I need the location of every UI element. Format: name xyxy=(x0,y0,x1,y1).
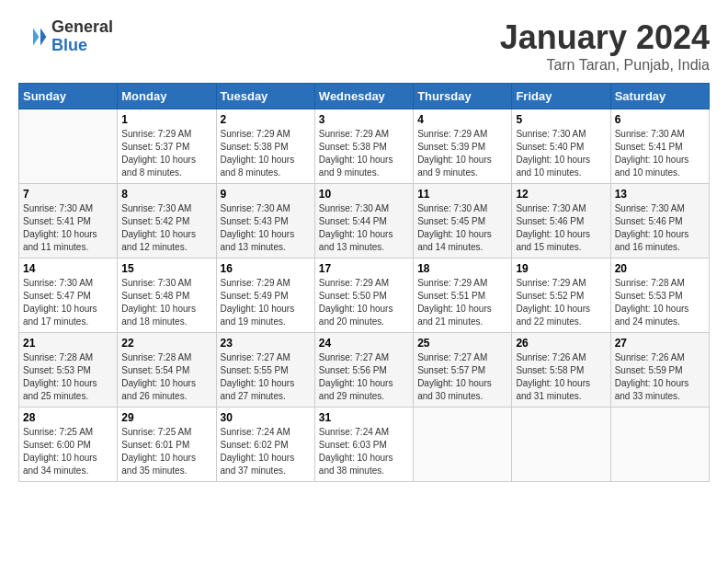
day-info: Sunrise: 7:29 AM Sunset: 5:50 PM Dayligh… xyxy=(319,277,409,328)
day-info: Sunrise: 7:30 AM Sunset: 5:40 PM Dayligh… xyxy=(516,128,606,179)
col-sunday: Sunday xyxy=(19,84,118,109)
day-number: 17 xyxy=(319,262,409,275)
calendar-cell xyxy=(610,408,709,482)
calendar-week-2: 7Sunrise: 7:30 AM Sunset: 5:41 PM Daylig… xyxy=(19,184,710,259)
day-info: Sunrise: 7:30 AM Sunset: 5:41 PM Dayligh… xyxy=(23,202,113,254)
calendar-table: Sunday Monday Tuesday Wednesday Thursday… xyxy=(18,83,710,482)
location: Tarn Taran, Punjab, India xyxy=(500,57,710,74)
day-number: 28 xyxy=(23,411,113,424)
calendar-header: Sunday Monday Tuesday Wednesday Thursday… xyxy=(19,84,710,109)
calendar-cell: 23Sunrise: 7:27 AM Sunset: 5:55 PM Dayli… xyxy=(216,333,314,408)
day-number: 22 xyxy=(121,337,211,350)
calendar-cell: 15Sunrise: 7:30 AM Sunset: 5:48 PM Dayli… xyxy=(118,259,216,333)
calendar-cell: 31Sunrise: 7:24 AM Sunset: 6:03 PM Dayli… xyxy=(314,408,413,482)
day-info: Sunrise: 7:24 AM Sunset: 6:02 PM Dayligh… xyxy=(221,426,311,477)
calendar-cell: 17Sunrise: 7:29 AM Sunset: 5:50 PM Dayli… xyxy=(314,259,413,333)
calendar-week-4: 21Sunrise: 7:28 AM Sunset: 5:53 PM Dayli… xyxy=(19,333,710,408)
day-info: Sunrise: 7:25 AM Sunset: 6:01 PM Dayligh… xyxy=(121,426,211,477)
calendar-cell: 25Sunrise: 7:27 AM Sunset: 5:57 PM Dayli… xyxy=(414,333,512,408)
day-number: 25 xyxy=(417,337,507,350)
day-info: Sunrise: 7:30 AM Sunset: 5:45 PM Dayligh… xyxy=(417,202,507,254)
header-row: Sunday Monday Tuesday Wednesday Thursday… xyxy=(19,84,710,109)
col-friday: Friday xyxy=(512,84,610,109)
day-number: 20 xyxy=(615,262,705,275)
day-number: 10 xyxy=(319,188,409,201)
day-number: 29 xyxy=(121,411,211,424)
day-number: 23 xyxy=(221,337,311,350)
calendar-cell: 21Sunrise: 7:28 AM Sunset: 5:53 PM Dayli… xyxy=(19,333,118,408)
calendar-cell: 18Sunrise: 7:29 AM Sunset: 5:51 PM Dayli… xyxy=(414,259,512,333)
day-number: 11 xyxy=(417,188,507,201)
calendar-cell: 16Sunrise: 7:29 AM Sunset: 5:49 PM Dayli… xyxy=(216,259,314,333)
day-info: Sunrise: 7:29 AM Sunset: 5:37 PM Dayligh… xyxy=(121,128,211,179)
col-tuesday: Tuesday xyxy=(216,84,314,109)
day-info: Sunrise: 7:29 AM Sunset: 5:38 PM Dayligh… xyxy=(221,128,311,179)
day-number: 14 xyxy=(23,262,113,275)
calendar-cell: 3Sunrise: 7:29 AM Sunset: 5:38 PM Daylig… xyxy=(314,109,413,184)
day-number: 19 xyxy=(516,262,606,275)
day-info: Sunrise: 7:26 AM Sunset: 5:58 PM Dayligh… xyxy=(516,351,606,403)
day-info: Sunrise: 7:30 AM Sunset: 5:46 PM Dayligh… xyxy=(516,202,606,254)
col-thursday: Thursday xyxy=(414,84,512,109)
calendar-cell: 19Sunrise: 7:29 AM Sunset: 5:52 PM Dayli… xyxy=(512,259,610,333)
calendar-cell: 9Sunrise: 7:30 AM Sunset: 5:43 PM Daylig… xyxy=(216,184,314,259)
calendar-cell: 2Sunrise: 7:29 AM Sunset: 5:38 PM Daylig… xyxy=(216,109,314,184)
day-info: Sunrise: 7:28 AM Sunset: 5:53 PM Dayligh… xyxy=(23,351,113,403)
calendar-cell xyxy=(19,109,118,184)
day-number: 7 xyxy=(23,188,113,201)
day-number: 15 xyxy=(121,262,211,275)
day-number: 6 xyxy=(615,113,705,126)
day-info: Sunrise: 7:25 AM Sunset: 6:00 PM Dayligh… xyxy=(23,426,113,477)
day-info: Sunrise: 7:28 AM Sunset: 5:53 PM Dayligh… xyxy=(615,277,705,328)
day-info: Sunrise: 7:26 AM Sunset: 5:59 PM Dayligh… xyxy=(615,351,705,403)
calendar-cell: 11Sunrise: 7:30 AM Sunset: 5:45 PM Dayli… xyxy=(414,184,512,259)
calendar-week-5: 28Sunrise: 7:25 AM Sunset: 6:00 PM Dayli… xyxy=(19,408,710,482)
day-number: 30 xyxy=(221,411,311,424)
page-header: General Blue January 2024 Tarn Taran, Pu… xyxy=(18,18,710,74)
day-number: 13 xyxy=(615,188,705,201)
calendar-cell: 5Sunrise: 7:30 AM Sunset: 5:40 PM Daylig… xyxy=(512,109,610,184)
logo: General Blue xyxy=(18,18,113,55)
day-info: Sunrise: 7:27 AM Sunset: 5:57 PM Dayligh… xyxy=(417,351,507,403)
day-info: Sunrise: 7:30 AM Sunset: 5:46 PM Dayligh… xyxy=(615,202,705,254)
calendar-cell: 27Sunrise: 7:26 AM Sunset: 5:59 PM Dayli… xyxy=(610,333,709,408)
day-number: 8 xyxy=(121,188,211,201)
calendar-body: 1Sunrise: 7:29 AM Sunset: 5:37 PM Daylig… xyxy=(19,109,710,482)
day-info: Sunrise: 7:30 AM Sunset: 5:42 PM Dayligh… xyxy=(121,202,211,254)
calendar-cell: 24Sunrise: 7:27 AM Sunset: 5:56 PM Dayli… xyxy=(314,333,413,408)
calendar-cell: 12Sunrise: 7:30 AM Sunset: 5:46 PM Dayli… xyxy=(512,184,610,259)
day-number: 18 xyxy=(417,262,507,275)
day-number: 16 xyxy=(221,262,311,275)
calendar-cell: 30Sunrise: 7:24 AM Sunset: 6:02 PM Dayli… xyxy=(216,408,314,482)
day-number: 12 xyxy=(516,188,606,201)
calendar-cell: 14Sunrise: 7:30 AM Sunset: 5:47 PM Dayli… xyxy=(19,259,118,333)
day-info: Sunrise: 7:29 AM Sunset: 5:39 PM Dayligh… xyxy=(417,128,507,179)
day-info: Sunrise: 7:27 AM Sunset: 5:55 PM Dayligh… xyxy=(221,351,311,403)
day-info: Sunrise: 7:30 AM Sunset: 5:47 PM Dayligh… xyxy=(23,277,113,328)
day-number: 9 xyxy=(221,188,311,201)
calendar-cell: 29Sunrise: 7:25 AM Sunset: 6:01 PM Dayli… xyxy=(118,408,216,482)
day-info: Sunrise: 7:27 AM Sunset: 5:56 PM Dayligh… xyxy=(319,351,409,403)
calendar-cell xyxy=(512,408,610,482)
col-monday: Monday xyxy=(118,84,216,109)
day-number: 21 xyxy=(23,337,113,350)
calendar-week-1: 1Sunrise: 7:29 AM Sunset: 5:37 PM Daylig… xyxy=(19,109,710,184)
col-wednesday: Wednesday xyxy=(314,84,413,109)
calendar-cell: 20Sunrise: 7:28 AM Sunset: 5:53 PM Dayli… xyxy=(610,259,709,333)
day-info: Sunrise: 7:29 AM Sunset: 5:51 PM Dayligh… xyxy=(417,277,507,328)
day-info: Sunrise: 7:29 AM Sunset: 5:52 PM Dayligh… xyxy=(516,277,606,328)
svg-marker-1 xyxy=(33,28,39,45)
calendar-cell: 13Sunrise: 7:30 AM Sunset: 5:46 PM Dayli… xyxy=(610,184,709,259)
calendar-cell xyxy=(414,408,512,482)
title-section: January 2024 Tarn Taran, Punjab, India xyxy=(500,18,710,74)
calendar-cell: 4Sunrise: 7:29 AM Sunset: 5:39 PM Daylig… xyxy=(414,109,512,184)
calendar-cell: 22Sunrise: 7:28 AM Sunset: 5:54 PM Dayli… xyxy=(118,333,216,408)
col-saturday: Saturday xyxy=(610,84,709,109)
calendar-cell: 10Sunrise: 7:30 AM Sunset: 5:44 PM Dayli… xyxy=(314,184,413,259)
calendar-cell: 8Sunrise: 7:30 AM Sunset: 5:42 PM Daylig… xyxy=(118,184,216,259)
day-number: 4 xyxy=(417,113,507,126)
logo-general-text: General xyxy=(51,18,113,37)
month-title: January 2024 xyxy=(500,18,710,57)
day-info: Sunrise: 7:30 AM Sunset: 5:44 PM Dayligh… xyxy=(319,202,409,254)
calendar-cell: 6Sunrise: 7:30 AM Sunset: 5:41 PM Daylig… xyxy=(610,109,709,184)
